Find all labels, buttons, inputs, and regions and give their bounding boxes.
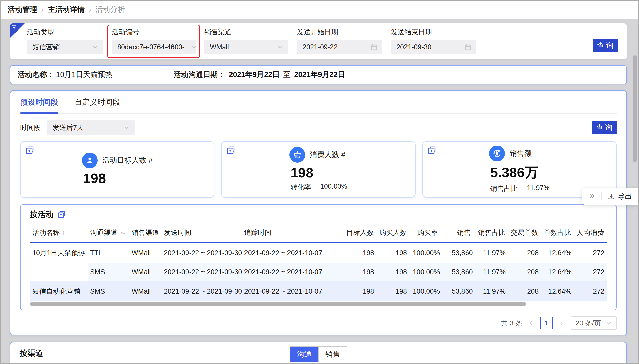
sort-ascending-icon: ↑	[62, 229, 65, 236]
cell: 2021-09-22 ~ 2021-09-30	[161, 263, 241, 281]
card-filter-copy-icon	[25, 146, 34, 155]
campaign-type-select[interactable]: 短信营销	[27, 40, 103, 54]
column-header[interactable]: 沟通渠道	[88, 223, 129, 243]
breadcrumb-item-campaign-analysis: 活动分析	[95, 5, 125, 15]
chevron-down-icon	[190, 43, 196, 51]
stat-subline: 销售占比 11.97%	[489, 184, 550, 193]
period-search-button[interactable]: 查 询	[592, 121, 617, 134]
period-value: 发送后7天	[52, 123, 84, 132]
divider	[601, 192, 602, 200]
stat-label: 销售额	[510, 148, 532, 159]
column-header: 发送时间	[161, 223, 241, 243]
send-start-date-value: 2021-09-22	[302, 43, 338, 51]
scrollbar-thumb[interactable]	[30, 302, 526, 306]
table-header-row: 活动名称↑沟通渠道销售渠道发送时间追踪时间目标人数购买人数购买率销售销售占比交易…	[30, 223, 607, 243]
sales-channel-label: 销售渠道	[204, 27, 288, 37]
campaign-id-label: 活动编号	[112, 27, 196, 37]
campaign-name-label: 活动名称：	[18, 70, 54, 80]
column-header: 销售占比	[475, 223, 508, 243]
cell: 198	[344, 243, 376, 263]
cell: 10月1日天猫预热	[30, 243, 88, 263]
vertical-scrollbar[interactable]	[633, 55, 637, 162]
cell: 198	[344, 263, 376, 281]
cell: 53,860	[442, 281, 475, 301]
pagination: 共 3 条 1 20 条/页	[20, 316, 617, 330]
campaign-start-date-link[interactable]: 2021年9月22日	[229, 70, 280, 80]
user-icon	[82, 153, 98, 168]
column-header: 目标人数	[344, 223, 376, 243]
breadcrumb-separator: ›	[89, 5, 91, 14]
sort-amount-icon	[120, 229, 126, 236]
cell: 12.64%	[541, 263, 574, 281]
cell: 198	[377, 243, 410, 263]
card-filter-copy-icon	[226, 146, 235, 155]
campaign-id-select[interactable]: 80dacc7e-0764-4600-...	[112, 40, 196, 54]
by-channel-header: 按渠道 沟通 销售	[20, 342, 617, 359]
stat-value: 5.386万	[489, 163, 538, 182]
cell: TTL	[88, 243, 129, 263]
campaign-end-date-link[interactable]: 2021年9月22日	[294, 70, 345, 80]
cell: SMS	[88, 281, 129, 301]
by-activity-panel: 按活动 活动名称↑沟通渠道销售渠道发送时间追踪时间目标人数购买人数购买率销售销售…	[20, 204, 617, 310]
filter-search-button[interactable]: 查 询	[593, 39, 618, 52]
cell: 100.00%	[410, 263, 442, 281]
breadcrumb-item-main-campaign-detail[interactable]: 主活动详情	[48, 5, 85, 15]
send-start-date-picker[interactable]: 2021-09-22	[297, 40, 382, 54]
cell	[30, 263, 88, 281]
by-channel-title: 按渠道	[20, 348, 43, 359]
send-end-date-picker[interactable]: 2021-09-30	[391, 40, 476, 54]
tab-preset-period[interactable]: 预设时间段	[20, 97, 58, 113]
pin-top-icon	[11, 25, 17, 31]
sales-channel-select[interactable]: WMall	[204, 40, 288, 54]
send-start-date-label: 发送开始日期	[297, 27, 382, 37]
horizontal-scrollbar[interactable]	[30, 302, 607, 306]
campaign-type-value: 短信营销	[32, 42, 60, 52]
cell: 2021-09-22 ~ 2021-09-30	[161, 281, 241, 301]
filter-panel: 活动类型 短信营销 活动编号 80dacc7e-0764-4600-... 销售…	[10, 23, 627, 59]
send-end-date-value: 2021-09-30	[396, 43, 431, 51]
breadcrumb-separator: ›	[41, 5, 44, 14]
campaign-dates: 活动沟通日期： 2021年9月22日 至 2021年9月22日	[173, 70, 345, 80]
stat-sub-value: 100.00%	[320, 183, 347, 192]
campaign-id-value: 80dacc7e-0764-4600-...	[117, 43, 190, 51]
table-row: SMSWMall2021-09-22 ~ 2021-09-302021-09-2…	[30, 263, 607, 281]
cell: 12.64%	[541, 281, 574, 301]
campaign-type-label: 活动类型	[27, 27, 103, 37]
column-header: 交易单数	[508, 223, 541, 243]
page-content: 活动类型 短信营销 活动编号 80dacc7e-0764-4600-... 销售…	[1, 19, 638, 364]
page-number[interactable]: 1	[540, 317, 553, 329]
filter-campaign-type: 活动类型 短信营销	[27, 27, 103, 54]
chevron-down-icon	[605, 319, 613, 327]
period-label: 时间段	[20, 123, 41, 132]
export-toolbar: 导出	[582, 188, 638, 205]
column-header: 购买率	[410, 223, 442, 243]
export-button[interactable]: 导出	[607, 191, 632, 201]
campaign-name-value: 10月1日天猫预热	[56, 70, 112, 80]
pin-ribbon[interactable]	[10, 23, 25, 38]
cell: 11.97%	[475, 243, 508, 263]
collapse-double-chevron-right-icon[interactable]	[588, 192, 596, 200]
next-page-button[interactable]	[558, 320, 565, 326]
column-header: 销售	[442, 223, 475, 243]
page-size-value: 20 条/页	[576, 318, 601, 328]
cell: 272	[574, 243, 607, 263]
tab-custom-period[interactable]: 自定义时间段	[75, 97, 120, 113]
toggle-sales[interactable]: 销售	[318, 347, 347, 362]
cell: 208	[508, 243, 541, 263]
period-select[interactable]: 发送后7天	[47, 120, 135, 135]
table-row: 10月1日天猫预热TTLWMall2021-09-22 ~ 2021-09-30…	[30, 243, 607, 263]
total-count: 共 3 条	[501, 318, 522, 328]
page-size-select[interactable]: 20 条/页	[571, 316, 617, 330]
breadcrumb-item-campaign-management[interactable]: 活动管理	[8, 5, 37, 15]
date-range-to: 至	[283, 70, 291, 80]
toggle-communication[interactable]: 沟通	[290, 347, 318, 362]
prev-page-button[interactable]	[528, 320, 534, 326]
stat-sub-label: 销售占比	[490, 184, 518, 193]
tab-label: 自定义时间段	[75, 98, 120, 106]
sales-channel-value: WMall	[210, 43, 229, 51]
column-header[interactable]: 活动名称↑	[30, 223, 88, 243]
analysis-panel: 预设时间段 自定义时间段 时间段 发送后7天 查 询	[10, 90, 627, 335]
period-tabs: 预设时间段 自定义时间段	[20, 91, 617, 114]
stat-value: 198	[289, 165, 313, 180]
cell: WMall	[129, 263, 161, 281]
